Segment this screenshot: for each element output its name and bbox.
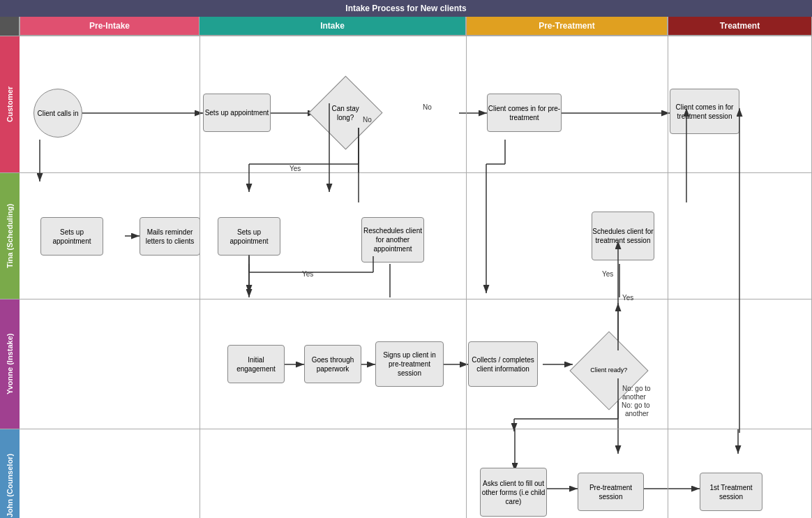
shape-sets-up-appt-2: Sets up appointment (218, 217, 280, 256)
shape-collects-info: Collects / completes client information (468, 341, 538, 387)
lane-customer: Customer (0, 36, 812, 173)
no-label-text: No (423, 103, 432, 111)
diagram-title: Intake Process for New clients (345, 3, 466, 13)
lane-yvonne: Yvonne (Instake) (0, 299, 812, 429)
phase-intake: Intake (200, 17, 466, 36)
shape-client-comes-treatment: Client comes in for treatment session (670, 89, 739, 134)
shape-client-comes-pretreatment: Client comes in for pre-treatment (487, 94, 562, 132)
phase-treatment: Treatment (668, 17, 812, 36)
shape-reschedules: Reschedules client for another appointme… (361, 217, 424, 262)
lane-john: John (Counselor) (0, 429, 812, 518)
shape-goes-through-paperwork: Goes through paperwork (304, 345, 361, 383)
lane-label-yvonne: Yvonne (Instake) (0, 299, 20, 429)
lane-tina: Tina (Scheduling) (0, 173, 812, 299)
lane-label-tina: Tina (Scheduling) (0, 173, 20, 299)
shape-can-stay-long: Can stay long? (308, 75, 382, 149)
phase-preintake: Pre-Intake (20, 17, 200, 36)
shape-mails-reminder: Mails reminder letters to clients (140, 217, 200, 256)
lane-label-customer: Customer (0, 36, 20, 172)
shape-pre-treatment-session: Pre-treatment session (578, 473, 644, 511)
shape-initial-engagement: Initial engagement (227, 345, 285, 383)
yes-label2-text: Yes (602, 270, 613, 278)
shape-first-treatment: 1st Treatment session (700, 473, 762, 511)
diagram-container: Intake Process for New clients Pre-Intak… (0, 0, 812, 518)
john-arrows (20, 429, 811, 518)
shape-schedules-treatment: Schedules client for treatment session (592, 212, 654, 260)
shape-sets-up-appt-1: Sets up appointment (203, 94, 271, 132)
shape-signs-up: Signs up client in pre-treatment session (375, 341, 444, 387)
svg-text:another: another (625, 410, 649, 417)
shape-client-calls-in: Client calls in (33, 89, 82, 138)
phase-pretreatment: Pre-Treatment (466, 17, 668, 36)
lane-label-john: John (Counselor) (0, 429, 20, 518)
shape-asks-client: Asks client to fill out other forms (i.e… (480, 468, 547, 517)
yes-label-text: Yes (302, 270, 313, 278)
title-bar: Intake Process for New clients (0, 0, 812, 17)
shape-client-ready: Client ready? (569, 331, 648, 410)
shape-sets-up-appt-tina: Sets up appointment (40, 217, 103, 256)
no-go-another-label: No: go to (622, 401, 650, 409)
